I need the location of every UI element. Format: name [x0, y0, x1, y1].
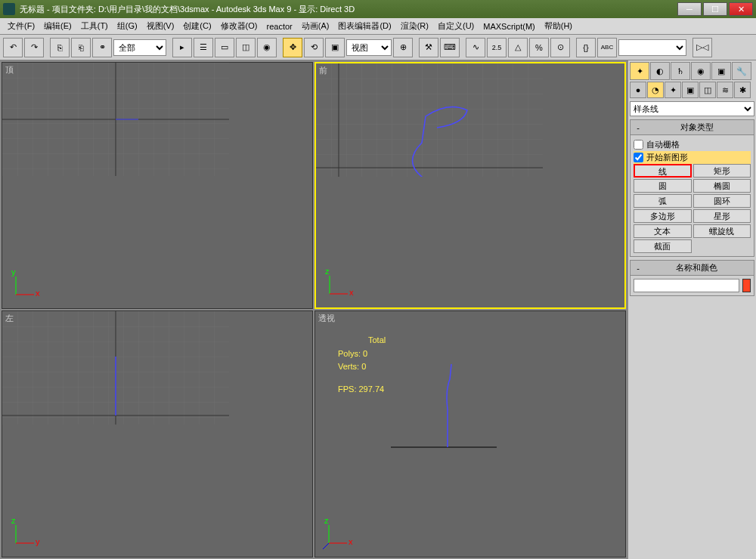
ngon-button[interactable]: 多边形 — [634, 209, 692, 223]
scale-button[interactable]: ▣ — [325, 38, 345, 57]
menu-animation[interactable]: 动画(A) — [297, 19, 334, 33]
svg-text:x: x — [349, 288, 354, 297]
cameras-subtab[interactable]: ▣ — [682, 82, 699, 98]
category-dropdown[interactable]: 样条线 — [630, 101, 754, 116]
menu-help[interactable]: 帮助(H) — [540, 19, 577, 33]
bind-button[interactable]: ⚭ — [92, 38, 112, 57]
menu-render[interactable]: 渲染(R) — [396, 19, 433, 33]
systems-subtab[interactable]: ✱ — [734, 82, 751, 98]
menu-tools[interactable]: 工具(T) — [76, 19, 113, 33]
text-button[interactable]: 文本 — [634, 224, 692, 238]
ellipse-button[interactable]: 椭圆 — [693, 179, 751, 193]
viewport-left[interactable]: 左 z y — [2, 310, 313, 557]
line-button[interactable]: 线 — [634, 164, 692, 178]
snap-toggle-button[interactable]: ⊙ — [550, 38, 570, 57]
menu-bar: 文件(F) 编辑(E) 工具(T) 组(G) 视图(V) 创建(C) 修改器(O… — [0, 18, 756, 35]
percent-snap-button[interactable]: △ — [508, 38, 528, 57]
axis-gizmo-icon: z x — [323, 519, 353, 549]
maximize-button[interactable]: ☐ — [703, 2, 727, 16]
utilities-tab[interactable]: 🔧 — [732, 62, 751, 80]
menu-graph[interactable]: 图表编辑器(D) — [333, 19, 395, 33]
viewport-label: 左 — [5, 313, 14, 324]
viewport-label: 透视 — [318, 313, 335, 324]
snap-button[interactable]: ∿ — [466, 38, 485, 57]
edit-sets-button[interactable]: ABC — [597, 38, 617, 57]
object-name-input[interactable] — [634, 279, 739, 292]
menu-views[interactable]: 视图(V) — [142, 19, 179, 33]
auto-grid-checkbox[interactable] — [634, 140, 643, 150]
grid-icon — [2, 63, 229, 176]
menu-group[interactable]: 组(G) — [113, 19, 142, 33]
named-selection[interactable] — [618, 39, 686, 56]
angle-snap-button[interactable]: 2.5 — [487, 38, 507, 57]
motion-tab[interactable]: ◉ — [691, 62, 711, 80]
rollout-header[interactable]: - 对象类型 — [631, 120, 754, 135]
modify-tab[interactable]: ◐ — [650, 62, 670, 80]
svg-text:z: z — [324, 519, 329, 525]
rollout-header[interactable]: - 名称和颜色 — [631, 261, 754, 276]
link-button[interactable]: ⎘ — [50, 38, 70, 57]
axis-gizmo-icon: z y — [10, 519, 40, 549]
spacewarps-subtab[interactable]: ≋ — [717, 82, 733, 98]
selection-filter[interactable]: 全部 — [113, 39, 166, 56]
rotate-button[interactable]: ⟲ — [304, 38, 324, 57]
redo-button[interactable]: ↷ — [24, 38, 44, 57]
collapse-icon: - — [634, 264, 643, 273]
pivot-button[interactable]: ⊕ — [393, 38, 413, 57]
spinner-snap-button[interactable]: % — [529, 38, 549, 57]
svg-text:x: x — [36, 289, 40, 298]
menu-modifiers[interactable]: 修改器(O) — [216, 19, 262, 33]
svg-rect-8 — [316, 63, 543, 177]
donut-button[interactable]: 圆环 — [693, 194, 751, 208]
keyboard-button[interactable]: ⌨ — [440, 38, 460, 57]
mirror-button[interactable]: ▷◁ — [692, 38, 712, 57]
menu-edit[interactable]: 编辑(E) — [39, 19, 76, 33]
svg-line-28 — [323, 543, 329, 549]
object-color-swatch[interactable] — [742, 279, 751, 292]
viewport-area: 顶 y x 前 z x — [0, 60, 627, 559]
arc-button[interactable]: 弧 — [634, 194, 692, 208]
lights-subtab[interactable]: ✦ — [665, 82, 681, 98]
coord-system[interactable]: 视图 — [346, 39, 392, 56]
hierarchy-tab[interactable]: ♄ — [671, 62, 690, 80]
helix-button[interactable]: 螺旋线 — [693, 224, 751, 238]
shapes-subtab[interactable]: ◔ — [647, 82, 664, 98]
select-region-button[interactable]: ▭ — [215, 38, 234, 57]
star-button[interactable]: 星形 — [693, 209, 751, 223]
select-button[interactable]: ▸ — [172, 38, 192, 57]
unlink-button[interactable]: ⎗ — [71, 38, 91, 57]
named-sets-button[interactable]: {} — [576, 38, 596, 57]
title-bar: 无标题 - 项目文件夹: D:\用户目录\我的文档\3dsmax - Autod… — [0, 0, 756, 18]
grid-icon — [316, 63, 543, 177]
start-new-shape-checkbox[interactable] — [634, 153, 643, 162]
menu-create[interactable]: 创建(C) — [178, 19, 215, 33]
viewport-label: 前 — [319, 65, 327, 76]
helpers-subtab[interactable]: ◫ — [699, 82, 716, 98]
collapse-icon: - — [634, 123, 643, 132]
main-toolbar: ↶ ↷ ⎘ ⎗ ⚭ 全部 ▸ ☰ ▭ ◫ ◉ ✥ ⟲ ▣ 视图 ⊕ ⚒ ⌨ ∿ … — [0, 35, 756, 60]
geometry-subtab[interactable]: ● — [630, 82, 646, 98]
display-tab[interactable]: ▣ — [711, 62, 731, 80]
menu-customize[interactable]: 自定义(U) — [433, 19, 479, 33]
create-tab[interactable]: ✦ — [630, 62, 649, 80]
close-button[interactable]: ✕ — [729, 2, 753, 16]
viewport-front[interactable]: 前 z x — [314, 62, 626, 309]
section-button[interactable]: 截面 — [634, 239, 692, 253]
menu-reactor[interactable]: reactor — [262, 20, 297, 32]
undo-button[interactable]: ↶ — [3, 38, 23, 57]
selection-lock-button[interactable]: ◉ — [257, 38, 277, 57]
minimize-button[interactable]: ─ — [677, 2, 702, 16]
command-panel: ✦ ◐ ♄ ◉ ▣ 🔧 ● ◔ ✦ ▣ ◫ ≋ ✱ 样条线 - 对象类型 — [627, 60, 756, 559]
menu-maxscript[interactable]: MAXScript(M) — [479, 20, 539, 32]
manipulate-button[interactable]: ⚒ — [419, 38, 438, 57]
viewport-top[interactable]: 顶 y x — [2, 62, 313, 309]
rectangle-button[interactable]: 矩形 — [693, 164, 751, 178]
svg-text:x: x — [349, 537, 353, 546]
window-crossing-button[interactable]: ◫ — [236, 38, 256, 57]
select-name-button[interactable]: ☰ — [194, 38, 213, 57]
viewport-perspective[interactable]: 透视 Total Polys: 0 Verts: 0 FPS: 297.74 z… — [314, 310, 626, 557]
move-button[interactable]: ✥ — [283, 38, 302, 57]
menu-file[interactable]: 文件(F) — [3, 19, 39, 33]
name-color-rollout: - 名称和颜色 — [630, 260, 754, 296]
circle-button[interactable]: 圆 — [634, 179, 692, 193]
